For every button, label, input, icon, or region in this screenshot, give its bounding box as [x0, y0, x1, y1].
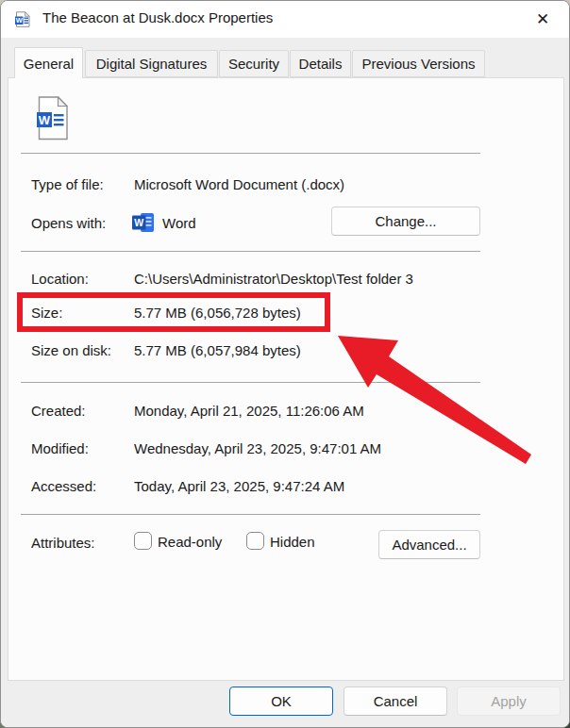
ok-button[interactable]: OK — [229, 687, 333, 716]
opens-with-app-name: Word — [162, 215, 196, 231]
readonly-checkbox[interactable] — [134, 532, 152, 550]
tab-security-label: Security — [228, 56, 279, 72]
docx-file-icon: W — [34, 96, 68, 141]
tab-digital-signatures-label: Digital Signatures — [96, 56, 208, 72]
modified-value: Wednesday, April 23, 2025, 9:47:01 AM — [134, 440, 381, 456]
tab-general[interactable]: General — [14, 47, 83, 78]
size-value: 5.77 MB (6,056,728 bytes) — [134, 305, 301, 321]
tab-security[interactable]: Security — [219, 50, 289, 77]
general-tab-page — [8, 77, 564, 681]
properties-dialog: W The Beacon at Dusk.docx Properties ✕ G… — [0, 0, 570, 728]
opens-with-label: Opens with: — [31, 215, 106, 231]
svg-text:W: W — [134, 217, 143, 228]
size-label: Size: — [31, 305, 62, 321]
separator — [21, 153, 480, 154]
type-of-file-label: Type of file: — [31, 176, 104, 192]
readonly-checkbox-label: Read-only — [158, 534, 222, 550]
modified-label: Modified: — [31, 440, 89, 456]
accessed-value: Today, April 23, 2025, 9:47:24 AM — [134, 478, 344, 494]
word-app-icon: W — [132, 211, 155, 234]
size-on-disk-value: 5.77 MB (6,057,984 bytes) — [134, 342, 301, 358]
tab-digital-signatures[interactable]: Digital Signatures — [85, 50, 218, 77]
title-bar: W The Beacon at Dusk.docx Properties ✕ — [1, 1, 569, 38]
tab-previous-versions-label: Previous Versions — [361, 56, 475, 72]
separator — [21, 514, 480, 515]
cancel-button[interactable]: Cancel — [344, 687, 447, 716]
separator — [21, 382, 480, 383]
separator — [21, 251, 480, 252]
created-value: Monday, April 21, 2025, 11:26:06 AM — [134, 403, 364, 419]
size-on-disk-label: Size on disk: — [31, 342, 111, 358]
hidden-checkbox[interactable] — [246, 532, 264, 550]
tab-general-label: General — [24, 56, 74, 72]
hidden-checkbox-label: Hidden — [270, 534, 315, 550]
change-button[interactable]: Change... — [331, 207, 480, 236]
svg-text:W: W — [39, 113, 51, 127]
created-label: Created: — [31, 403, 86, 419]
advanced-button[interactable]: Advanced... — [378, 530, 480, 559]
location-label: Location: — [31, 271, 89, 287]
location-value: C:\Users\Administrator\Desktop\Test fold… — [134, 271, 413, 287]
tab-previous-versions[interactable]: Previous Versions — [352, 50, 485, 77]
close-icon[interactable]: ✕ — [529, 7, 556, 31]
apply-button[interactable]: Apply — [457, 687, 561, 716]
type-of-file-value: Microsoft Word Document (.docx) — [134, 176, 344, 192]
window-title: The Beacon at Dusk.docx Properties — [42, 9, 273, 25]
tab-details-label: Details — [299, 56, 343, 72]
accessed-label: Accessed: — [31, 478, 96, 494]
word-file-icon: W — [14, 11, 30, 27]
attributes-label: Attributes: — [31, 535, 95, 551]
tab-details[interactable]: Details — [290, 50, 351, 77]
svg-text:W: W — [16, 16, 24, 25]
